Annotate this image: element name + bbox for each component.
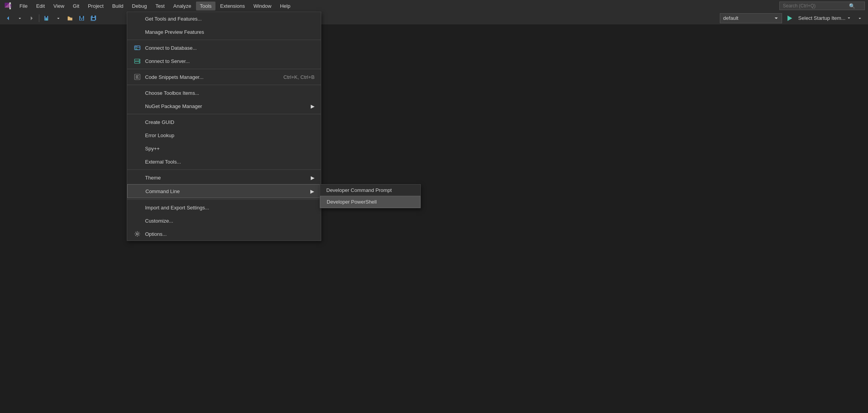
menu-customize[interactable]: Customize... <box>127 214 321 227</box>
separator-1 <box>39 14 39 22</box>
customize-icon <box>133 217 141 225</box>
startup-area: Select Startup Item... <box>784 13 865 23</box>
svg-rect-12 <box>93 16 94 17</box>
menu-help[interactable]: Help <box>276 2 294 10</box>
menu-bar-right: 🔍 <box>779 2 865 10</box>
create-guid-label: Create GUID <box>145 119 315 125</box>
menu-theme[interactable]: Theme ▶ <box>127 171 321 184</box>
svg-point-24 <box>139 62 140 63</box>
dev-cmd-prompt[interactable]: Developer Command Prompt <box>320 185 420 196</box>
import-export-label: Import and Export Settings... <box>145 205 315 211</box>
code-snippets-shortcut: Ctrl+K, Ctrl+B <box>284 74 315 80</box>
menu-command-line[interactable]: Command Line ▶ Developer Command Prompt … <box>127 184 321 198</box>
options-label: Options... <box>145 231 315 237</box>
external-tools-icon <box>133 158 141 166</box>
app-logo: S <box>3 1 12 10</box>
command-line-icon <box>134 187 142 195</box>
theme-arrow: ▶ <box>311 175 315 181</box>
menu-view[interactable]: View <box>49 2 68 10</box>
dropdown-arrow-btn[interactable] <box>855 13 865 23</box>
choose-toolbox-label: Choose Toolbox Items... <box>145 90 315 96</box>
command-line-label: Command Line <box>145 188 306 194</box>
svg-marker-14 <box>788 16 792 21</box>
save-button[interactable] <box>77 13 87 23</box>
svg-rect-13 <box>92 18 95 20</box>
menu-code-snippets[interactable]: Code Snippets Manager... Ctrl+K, Ctrl+B <box>127 70 321 84</box>
svg-point-29 <box>136 233 138 235</box>
run-button[interactable] <box>784 13 794 23</box>
choose-toolbox-icon <box>133 89 141 97</box>
connect-server-icon <box>133 57 141 65</box>
svg-rect-9 <box>81 19 82 20</box>
menu-extensions[interactable]: Extensions <box>216 2 249 10</box>
back-dropdown[interactable] <box>15 13 25 23</box>
save-all-button[interactable] <box>88 13 98 23</box>
sep-4 <box>127 114 321 114</box>
menu-nuget[interactable]: NuGet Package Manager ▶ <box>127 99 321 113</box>
sep-6 <box>127 199 321 200</box>
menu-spy[interactable]: Spy++ <box>127 142 321 155</box>
nuget-label: NuGet Package Manager <box>145 103 307 109</box>
menu-options[interactable]: Options... <box>127 227 321 240</box>
menu-choose-toolbox[interactable]: Choose Toolbox Items... <box>127 86 321 99</box>
menu-get-tools[interactable]: Get Tools and Features... <box>127 12 321 25</box>
sep-2 <box>127 69 321 69</box>
menu-tools[interactable]: Tools <box>196 2 215 10</box>
config-label: default <box>723 15 772 21</box>
svg-point-23 <box>139 60 140 61</box>
menu-external-tools[interactable]: External Tools... <box>127 155 321 168</box>
dev-ps-label: Developer PowerShell <box>327 199 377 205</box>
get-tools-icon <box>133 15 141 23</box>
external-tools-label: External Tools... <box>145 159 315 165</box>
menu-project[interactable]: Project <box>84 2 107 10</box>
menu-analyze[interactable]: Analyze <box>169 2 195 10</box>
forward-button[interactable] <box>26 13 37 23</box>
nuget-arrow: ▶ <box>311 103 315 109</box>
menu-window[interactable]: Window <box>250 2 275 10</box>
svg-point-17 <box>135 46 136 47</box>
customize-label: Customize... <box>145 218 315 224</box>
menu-connect-db[interactable]: Connect to Database... <box>127 41 321 54</box>
menu-connect-server[interactable]: Connect to Server... <box>127 54 321 68</box>
manage-preview-icon <box>133 28 141 36</box>
menu-edit[interactable]: Edit <box>32 2 49 10</box>
back-button[interactable] <box>3 13 13 23</box>
get-tools-label: Get Tools and Features... <box>145 16 315 22</box>
connect-db-label: Connect to Database... <box>145 45 315 51</box>
dev-cmd-label: Developer Command Prompt <box>326 187 392 193</box>
error-lookup-icon <box>133 131 141 139</box>
spy-label: Spy++ <box>145 146 315 152</box>
dev-powershell[interactable]: Developer PowerShell <box>320 196 420 208</box>
new-item-dropdown[interactable] <box>53 13 63 23</box>
command-line-arrow: ▶ <box>310 188 314 194</box>
search-box[interactable]: 🔍 <box>779 2 865 10</box>
menu-create-guid[interactable]: Create GUID <box>127 115 321 129</box>
startup-item-dropdown[interactable]: Select Startup Item... <box>796 13 853 23</box>
menu-file[interactable]: File <box>16 2 32 10</box>
menu-manage-preview[interactable]: Manage Preview Features <box>127 25 321 38</box>
menu-test[interactable]: Test <box>152 2 169 10</box>
code-snippets-icon <box>133 73 141 81</box>
new-item-button[interactable] <box>42 13 52 23</box>
config-dropdown[interactable]: default <box>720 13 782 23</box>
command-line-submenu: Developer Command Prompt Developer Power… <box>320 184 421 208</box>
import-export-icon <box>133 204 141 211</box>
menu-debug[interactable]: Debug <box>128 2 150 10</box>
spy-icon <box>133 145 141 152</box>
sep-5 <box>127 169 321 170</box>
theme-label: Theme <box>145 175 307 181</box>
options-gear-icon <box>133 230 141 238</box>
toolbar-right: default Select Startup Item... <box>720 13 865 23</box>
open-button[interactable] <box>65 13 75 23</box>
sep-3 <box>127 85 321 85</box>
menu-import-export[interactable]: Import and Export Settings... <box>127 201 321 214</box>
theme-icon <box>133 174 141 181</box>
menu-error-lookup[interactable]: Error Lookup <box>127 129 321 142</box>
menu-git[interactable]: Git <box>69 2 83 10</box>
search-input[interactable] <box>783 3 849 9</box>
sep-1 <box>127 40 321 40</box>
startup-label: Select Startup Item... <box>798 15 845 21</box>
svg-point-18 <box>136 46 137 47</box>
connect-server-label: Connect to Server... <box>145 58 315 64</box>
menu-build[interactable]: Build <box>108 2 127 10</box>
